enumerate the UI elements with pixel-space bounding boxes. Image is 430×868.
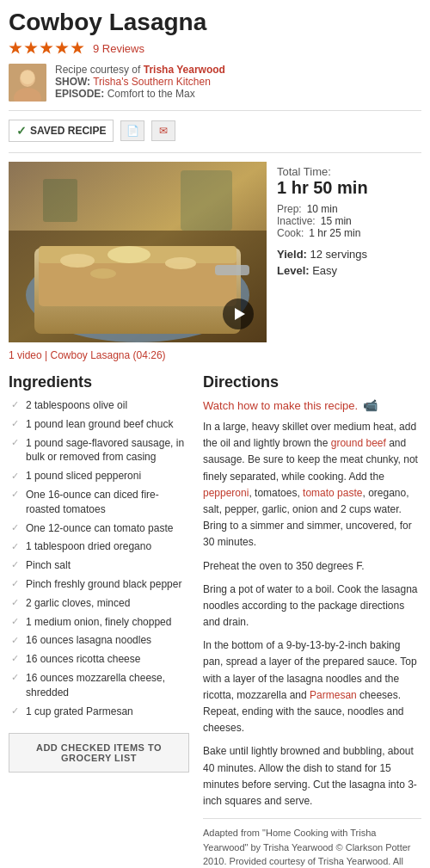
ingredient-item[interactable]: ✓ 1 medium onion, finely chopped (9, 615, 189, 630)
ingredient-item[interactable]: ✓ 1 pound sliced pepperoni (9, 469, 189, 483)
svg-rect-15 (181, 170, 232, 231)
ingredient-text: Pinch freshly ground black pepper (26, 577, 181, 592)
episode-label: EPISODE: (55, 88, 104, 100)
ingredient-checkbox[interactable]: ✓ (9, 540, 21, 552)
main-visual: Total Time: 1 hr 50 min Prep: 10 min Ina… (9, 162, 421, 342)
svg-point-12 (165, 257, 196, 269)
ingredient-item[interactable]: ✓ Pinch freshly ground black pepper (9, 577, 189, 592)
ingredient-checkbox[interactable]: ✓ (9, 470, 21, 482)
ingredient-text: 2 garlic cloves, minced (26, 596, 130, 611)
highlight-text: tomato paste (303, 487, 362, 499)
ingredient-item[interactable]: ✓ 1 cup grated Parmesan (9, 705, 189, 719)
inactive-row: Inactive: 15 min (277, 215, 421, 227)
ingredient-item[interactable]: ✓ One 16-ounce can diced fire-roasted to… (9, 488, 189, 517)
inactive-value: 15 min (321, 215, 352, 227)
total-time-value: 1 hr 50 min (277, 178, 421, 198)
ingredient-item[interactable]: ✓ 2 tablespoons olive oil (9, 398, 189, 413)
ingredient-checkbox[interactable]: ✓ (9, 418, 21, 430)
svg-rect-14 (215, 265, 249, 275)
yield-label: Yield: (277, 248, 307, 261)
video-link[interactable]: 1 video | Cowboy Lasagna (04:26) (9, 349, 421, 361)
ingredient-item[interactable]: ✓ Pinch salt (9, 558, 189, 573)
show-name[interactable]: Trisha's Southern Kitchen (93, 76, 211, 88)
ingredient-checkbox[interactable]: ✓ (9, 522, 21, 534)
ingredient-text: 1 cup grated Parmesan (26, 705, 133, 719)
ingredient-text: 1 pound sage-flavored sausage, in bulk o… (26, 436, 189, 465)
check-icon: ✓ (11, 417, 19, 430)
ingredient-checkbox[interactable]: ✓ (9, 634, 21, 646)
ingredient-checkbox[interactable]: ✓ (9, 597, 21, 609)
check-icon: ✓ (11, 436, 19, 449)
ingredient-checkbox[interactable]: ✓ (9, 437, 21, 449)
ingredient-text: 1 pound sliced pepperoni (26, 469, 141, 483)
ingredients-list: ✓ 2 tablespoons olive oil ✓ 1 pound lean… (9, 398, 189, 718)
ingredient-checkbox[interactable]: ✓ (9, 489, 21, 501)
ingredient-text: Pinch salt (26, 558, 71, 573)
yield-row: Yield: 12 servings (277, 248, 421, 261)
ingredient-item[interactable]: ✓ 1 pound lean ground beef chuck (9, 417, 189, 432)
ingredient-checkbox[interactable]: ✓ (9, 616, 21, 628)
ingredient-item[interactable]: ✓ 16 ounces mozzarella cheese, shredded (9, 671, 189, 700)
ingredient-item[interactable]: ✓ 1 pound sage-flavored sausage, in bulk… (9, 436, 189, 465)
reviews-link[interactable]: 9 Reviews (93, 42, 144, 55)
ingredient-item[interactable]: ✓ One 12-ounce can tomato paste (9, 521, 189, 536)
directions-column: Directions Watch how to make this recipe… (203, 373, 421, 868)
ingredient-checkbox[interactable]: ✓ (9, 653, 21, 665)
check-icon: ✓ (11, 652, 19, 665)
highlight-text: pepperoni (203, 487, 249, 499)
check-icon: ✓ (16, 124, 27, 138)
star-5 (71, 41, 84, 55)
check-icon: ✓ (11, 577, 19, 590)
courtesy-line: Recipe courtesy of Trisha Yearwood (55, 64, 225, 76)
star-1 (9, 41, 22, 55)
level-value: Easy (312, 264, 337, 277)
prep-row: Prep: 10 min (277, 203, 421, 215)
direction-paragraph: Bring a pot of water to a boil. Cook the… (203, 582, 421, 631)
cook-row: Cook: 1 hr 25 min (277, 227, 421, 239)
svg-rect-16 (43, 179, 77, 222)
check-icon: ✓ (11, 398, 19, 411)
check-icon: ✓ (11, 671, 19, 684)
check-icon: ✓ (11, 634, 19, 647)
ingredient-item[interactable]: ✓ 16 ounces ricotta cheese (9, 652, 189, 667)
grocery-button[interactable]: ADD CHECKED ITEMS TO GROCERY LIST (9, 733, 189, 773)
ingredient-text: 16 ounces mozzarella cheese, shredded (26, 671, 189, 700)
ingredient-checkbox[interactable]: ✓ (9, 578, 21, 590)
star-2 (24, 41, 38, 55)
ingredient-text: 2 tablespoons olive oil (26, 398, 127, 413)
star-3 (40, 41, 53, 55)
ingredient-item[interactable]: ✓ 1 tablespoon dried oregano (9, 539, 189, 554)
ingredient-text: One 12-ounce can tomato paste (26, 521, 173, 536)
star-rating (9, 41, 86, 55)
pdf-button[interactable]: 📄 (120, 120, 144, 141)
action-row: ✓ SAVED RECIPE 📄 ✉ (9, 120, 421, 142)
author-name[interactable]: Trisha Yearwood (144, 64, 225, 76)
divider (9, 152, 421, 153)
svg-point-13 (90, 268, 116, 279)
show-label: SHOW: (55, 76, 90, 88)
time-info: Total Time: 1 hr 50 min Prep: 10 min Ina… (277, 162, 421, 342)
check-icon: ✓ (11, 470, 19, 483)
prep-label: Prep: (277, 203, 302, 215)
star-4 (55, 41, 69, 55)
pdf-icon: 📄 (126, 125, 139, 137)
author-info: Recipe courtesy of Trisha Yearwood SHOW:… (55, 64, 225, 100)
highlight-text: ground beef (331, 437, 386, 449)
ingredient-checkbox[interactable]: ✓ (9, 705, 21, 717)
email-button[interactable]: ✉ (151, 120, 175, 141)
ingredients-column: Ingredients ✓ 2 tablespoons olive oil ✓ … (9, 373, 189, 868)
ingredient-text: 1 tablespoon dried oregano (26, 539, 151, 554)
direction-paragraph: Preheat the oven to 350 degrees F. (203, 558, 421, 575)
ingredient-checkbox[interactable]: ✓ (9, 672, 21, 684)
saved-label: SAVED RECIPE (30, 125, 106, 137)
watch-link[interactable]: Watch how to make this recipe. 📹 (203, 398, 421, 412)
stars-row: 9 Reviews (9, 41, 421, 55)
svg-point-11 (108, 246, 150, 263)
play-button[interactable] (223, 299, 254, 329)
ingredient-checkbox[interactable]: ✓ (9, 559, 21, 571)
ingredient-item[interactable]: ✓ 16 ounces lasagna noodles (9, 633, 189, 648)
saved-recipe-button[interactable]: ✓ SAVED RECIPE (9, 120, 114, 142)
show-line: SHOW: Trisha's Southern Kitchen (55, 76, 225, 88)
ingredient-checkbox[interactable]: ✓ (9, 399, 21, 411)
ingredient-item[interactable]: ✓ 2 garlic cloves, minced (9, 596, 189, 611)
